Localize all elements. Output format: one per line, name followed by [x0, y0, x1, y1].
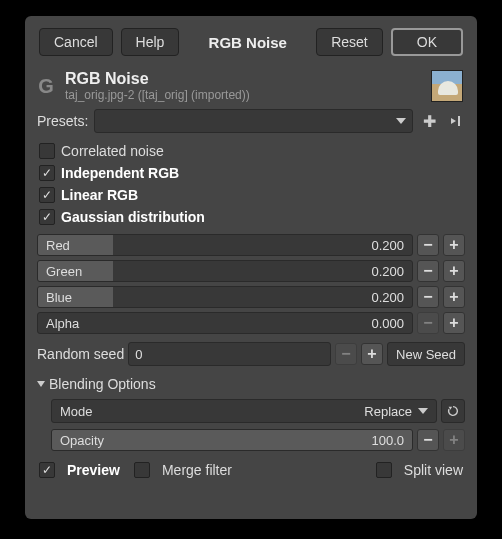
chevron-down-icon: [37, 381, 45, 387]
svg-rect-1: [458, 116, 460, 126]
red-slider-row: Red 0.200 − +: [25, 232, 477, 258]
blending-options-expander[interactable]: Blending Options: [25, 372, 477, 396]
green-slider[interactable]: Green 0.200: [37, 260, 413, 282]
independent-rgb-checkbox[interactable]: [39, 165, 55, 181]
green-slider-row: Green 0.200 − +: [25, 258, 477, 284]
correlated-noise-label: Correlated noise: [61, 143, 164, 159]
alpha-slider-row: Alpha 0.000 − +: [25, 310, 477, 336]
footer-row: Preview Merge filter Split view: [25, 454, 477, 486]
alpha-slider[interactable]: Alpha 0.000: [37, 312, 413, 334]
alpha-minus-button[interactable]: −: [417, 312, 439, 334]
split-view-label: Split view: [404, 462, 463, 478]
mode-combo[interactable]: Mode Replace: [51, 399, 437, 423]
mode-value: Replace: [364, 404, 412, 419]
opacity-label: Opacity: [52, 433, 104, 448]
green-plus-button[interactable]: +: [443, 260, 465, 282]
svg-marker-0: [451, 118, 456, 124]
blue-slider-row: Blue 0.200 − +: [25, 284, 477, 310]
split-view-checkbox[interactable]: [376, 462, 392, 478]
random-seed-row: Random seed 0 − + New Seed: [25, 336, 477, 372]
gaussian-checkbox[interactable]: [39, 209, 55, 225]
gaussian-label: Gaussian distribution: [61, 209, 205, 225]
blending-options-label: Blending Options: [49, 376, 156, 392]
red-label: Red: [38, 238, 70, 253]
cancel-button[interactable]: Cancel: [39, 28, 113, 56]
dialog-header: G RGB Noise taj_orig.jpg-2 ([taj_orig] (…: [25, 68, 477, 106]
alpha-label: Alpha: [38, 316, 79, 331]
mode-row: Mode Replace: [51, 396, 465, 426]
merge-filter-label: Merge filter: [162, 462, 232, 478]
help-button[interactable]: Help: [121, 28, 180, 56]
green-value: 0.200: [371, 264, 404, 279]
independent-rgb-label: Independent RGB: [61, 165, 179, 181]
chevron-down-icon: [396, 118, 406, 124]
filter-title: RGB Noise: [65, 70, 423, 88]
blue-plus-button[interactable]: +: [443, 286, 465, 308]
red-minus-button[interactable]: −: [417, 234, 439, 256]
blue-label: Blue: [38, 290, 72, 305]
alpha-value: 0.000: [371, 316, 404, 331]
seed-minus-button[interactable]: −: [335, 343, 357, 365]
preview-checkbox[interactable]: [39, 462, 55, 478]
green-label: Green: [38, 264, 82, 279]
independent-rgb-row: Independent RGB: [25, 162, 477, 184]
correlated-noise-row: Correlated noise: [25, 140, 477, 162]
blue-slider[interactable]: Blue 0.200: [37, 286, 413, 308]
red-value: 0.200: [371, 238, 404, 253]
reset-button[interactable]: Reset: [316, 28, 383, 56]
chevron-down-icon: [418, 408, 428, 414]
filter-subtitle: taj_orig.jpg-2 ([taj_orig] (imported)): [65, 88, 423, 102]
presets-combo[interactable]: [94, 109, 413, 133]
opacity-plus-button[interactable]: +: [443, 429, 465, 451]
linear-rgb-label: Linear RGB: [61, 187, 138, 203]
alpha-plus-button[interactable]: +: [443, 312, 465, 334]
red-plus-button[interactable]: +: [443, 234, 465, 256]
presets-label: Presets:: [37, 113, 88, 129]
rgb-noise-dialog: Cancel Help RGB Noise Reset OK G RGB Noi…: [25, 16, 477, 519]
opacity-row: Opacity 100.0 − +: [51, 426, 465, 454]
mode-reset-button[interactable]: [441, 399, 465, 423]
red-slider[interactable]: Red 0.200: [37, 234, 413, 256]
opacity-slider[interactable]: Opacity 100.0: [51, 429, 413, 451]
image-thumbnail[interactable]: [431, 70, 463, 102]
preview-label: Preview: [67, 462, 120, 478]
gimp-logo-icon: G: [35, 75, 57, 98]
opacity-value: 100.0: [371, 433, 404, 448]
presets-row: Presets: ✚: [25, 106, 477, 136]
blue-value: 0.200: [371, 290, 404, 305]
linear-rgb-checkbox[interactable]: [39, 187, 55, 203]
dialog-button-bar: Cancel Help RGB Noise Reset OK: [25, 16, 477, 68]
green-minus-button[interactable]: −: [417, 260, 439, 282]
preset-menu-button[interactable]: [445, 111, 465, 131]
gaussian-row: Gaussian distribution: [25, 206, 477, 228]
new-seed-button[interactable]: New Seed: [387, 342, 465, 366]
opacity-minus-button[interactable]: −: [417, 429, 439, 451]
random-seed-label: Random seed: [37, 346, 124, 362]
ok-button[interactable]: OK: [391, 28, 463, 56]
blue-minus-button[interactable]: −: [417, 286, 439, 308]
mode-label: Mode: [60, 404, 93, 419]
random-seed-input[interactable]: 0: [128, 342, 331, 366]
seed-plus-button[interactable]: +: [361, 343, 383, 365]
dialog-title: RGB Noise: [187, 34, 308, 51]
preset-add-button[interactable]: ✚: [419, 111, 439, 131]
linear-rgb-row: Linear RGB: [25, 184, 477, 206]
merge-filter-checkbox[interactable]: [134, 462, 150, 478]
correlated-noise-checkbox[interactable]: [39, 143, 55, 159]
